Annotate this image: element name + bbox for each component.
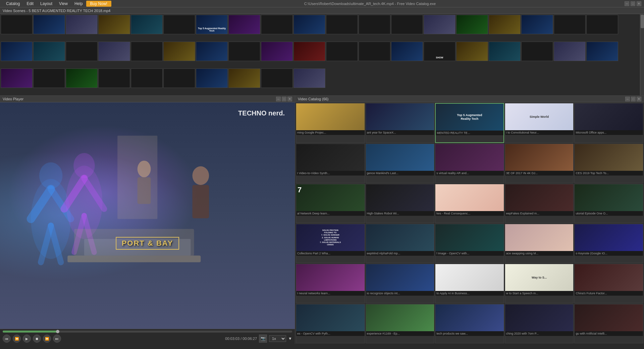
scene-thumb[interactable] xyxy=(293,42,325,61)
restore-button[interactable]: □ xyxy=(631,1,635,6)
scene-thumb[interactable] xyxy=(131,42,163,61)
catalog-item[interactable]: I neural networks learn... xyxy=(296,264,365,303)
scene-thumb[interactable] xyxy=(196,68,228,88)
scene-thumb[interactable] xyxy=(489,42,521,61)
catalog-item[interactable]: to Apply AI in Business... xyxy=(435,264,504,303)
menu-view[interactable]: View xyxy=(56,1,71,7)
video-canvas[interactable]: TECHNO nerd. PORT & BAY xyxy=(0,102,295,329)
catalog-item[interactable]: o Keynote (Google IO... xyxy=(574,224,643,263)
catalog-item[interactable]: Simple Worldi to Convolutional Neur... xyxy=(505,103,574,143)
play-button[interactable]: ▶ xyxy=(23,335,31,343)
scene-thumb[interactable] xyxy=(196,42,228,61)
scene-thumb[interactable] xyxy=(228,42,260,61)
catalog-item[interactable]: High-Stakes Robot Wi... xyxy=(366,184,435,223)
catalog-item[interactable]: 7al Network Deep learn... xyxy=(296,184,365,223)
scene-thumb[interactable] xyxy=(456,15,488,34)
scene-thumb[interactable] xyxy=(33,42,65,61)
scene-thumb[interactable] xyxy=(228,68,260,88)
catalog-item[interactable]: Microsoft Office apps... xyxy=(574,103,643,143)
scene-thumb[interactable] xyxy=(359,42,390,61)
catalog-close[interactable]: ✕ xyxy=(637,97,641,101)
scene-thumb[interactable] xyxy=(228,15,260,34)
scene-thumb[interactable] xyxy=(424,15,455,34)
close-button[interactable]: ✕ xyxy=(637,1,641,6)
scene-thumb[interactable] xyxy=(521,15,553,34)
scene-thumb[interactable] xyxy=(66,15,98,34)
catalog-item[interactable]: eepFakes Explained m... xyxy=(505,184,574,223)
scene-thumb[interactable] xyxy=(66,68,98,88)
minimize-button[interactable]: ─ xyxy=(625,1,629,6)
scene-thumb[interactable] xyxy=(293,68,325,88)
catalog-item[interactable]: 3E OF 2017 IN 4K DJ... xyxy=(505,144,574,183)
scene-thumb[interactable] xyxy=(98,42,130,61)
catalog-item[interactable]: eepMind AlphaFold mp... xyxy=(366,224,435,263)
catalog-item[interactable]: es - OpenCV with Pyth... xyxy=(296,304,365,343)
video-player-close[interactable]: ✕ xyxy=(287,97,292,101)
scene-thumb[interactable] xyxy=(261,15,293,34)
scene-thumb[interactable] xyxy=(261,68,293,88)
scene-thumb[interactable] xyxy=(359,15,390,34)
scene-thumb[interactable] xyxy=(1,42,33,61)
snapshot-button[interactable]: 📷 xyxy=(259,335,267,343)
catalog-item[interactable]: China's Future Factor... xyxy=(574,264,643,303)
catalog-item[interactable]: Top 5 Augmented Reality TechMENTED REALI… xyxy=(435,103,504,143)
step-back-button[interactable]: ⏪ xyxy=(13,335,21,343)
catalog-item[interactable]: kes - Real Consequenc... xyxy=(435,184,504,223)
catalog-minimize[interactable]: ─ xyxy=(625,97,630,101)
catalog-item[interactable]: I Video-to-Video Synth... xyxy=(296,144,365,183)
scene-thumb[interactable] xyxy=(554,15,586,34)
scene-thumb[interactable] xyxy=(326,42,358,61)
scene-thumb[interactable] xyxy=(391,42,423,61)
scene-thumb[interactable] xyxy=(98,68,130,88)
scene-thumb[interactable] xyxy=(66,42,98,61)
catalog-item[interactable]: ming Google Projec... xyxy=(296,103,365,143)
speed-select[interactable]: 1x 2x 0.5x xyxy=(269,335,286,342)
step-forward-button[interactable]: ⏩ xyxy=(43,335,51,343)
scene-thumb[interactable] xyxy=(326,15,358,34)
catalog-item[interactable]: gu with Artificial Intelli... xyxy=(574,304,643,343)
catalog-item[interactable]: Way to S...w to Start a Speech m... xyxy=(505,264,574,303)
catalog-item[interactable]: s virtual reality AR and... xyxy=(435,144,504,183)
video-player-minimize[interactable]: ─ xyxy=(276,97,281,101)
scene-thumb[interactable]: Top 5 Augmented Reality Tech xyxy=(196,15,228,34)
scene-thumb[interactable] xyxy=(1,15,33,34)
catalog-item[interactable]: CES 2019 Top Tech To... xyxy=(574,144,643,183)
skip-forward-button[interactable]: ⏭ xyxy=(53,335,61,343)
scene-thumb[interactable] xyxy=(131,15,163,34)
catalog-item[interactable]: ching 2020 with 7om P... xyxy=(505,304,574,343)
skip-back-button[interactable]: ⏮ xyxy=(3,335,11,343)
scene-thumb[interactable] xyxy=(1,68,33,88)
scene-thumb[interactable]: SHOW xyxy=(424,42,455,61)
catalog-item[interactable]: io recognize objects int... xyxy=(366,264,435,303)
video-player-maximize[interactable]: □ xyxy=(282,97,286,101)
progress-bar[interactable] xyxy=(3,331,292,333)
stop-button[interactable]: ⏹ xyxy=(33,335,41,343)
scene-thumb[interactable] xyxy=(456,42,488,61)
scene-thumb[interactable] xyxy=(586,15,618,34)
scene-thumb[interactable] xyxy=(33,15,65,34)
scene-thumb[interactable] xyxy=(98,15,130,34)
catalog-maximize[interactable]: □ xyxy=(631,97,636,101)
catalog-item[interactable]: ace swapping using M... xyxy=(505,224,574,263)
catalog-item[interactable]: tech products we saw... xyxy=(435,304,504,343)
scene-thumb[interactable] xyxy=(163,68,195,88)
catalog-item[interactable]: SOLVE PROTEIN FOLDING TO 7. SOLVE HUNGER… xyxy=(296,224,365,263)
catalog-item[interactable]: utorial Episode One O... xyxy=(574,184,643,223)
menu-layout[interactable]: Layout xyxy=(37,1,56,7)
progress-handle[interactable] xyxy=(56,330,59,333)
scene-thumb[interactable] xyxy=(489,15,521,34)
scene-thumb[interactable] xyxy=(521,42,553,61)
scenes-scrollbar-thumb[interactable] xyxy=(641,15,644,28)
scene-thumb[interactable] xyxy=(586,42,618,61)
catalog-item[interactable]: l Image - OpenCV with... xyxy=(435,224,504,263)
menu-catalog[interactable]: Catalog xyxy=(3,1,23,7)
scene-thumb[interactable] xyxy=(293,15,325,34)
buy-button[interactable]: Buy Now! xyxy=(86,1,111,7)
catalog-item[interactable]: ant year for SpaceX... xyxy=(366,103,435,143)
catalog-item[interactable]: experience #1169 - Ep... xyxy=(366,304,435,343)
scene-thumb[interactable] xyxy=(163,42,195,61)
scene-thumb[interactable] xyxy=(33,68,65,88)
menu-help[interactable]: Help xyxy=(71,1,86,7)
scene-thumb[interactable] xyxy=(391,15,423,34)
scene-thumb[interactable] xyxy=(554,42,586,61)
